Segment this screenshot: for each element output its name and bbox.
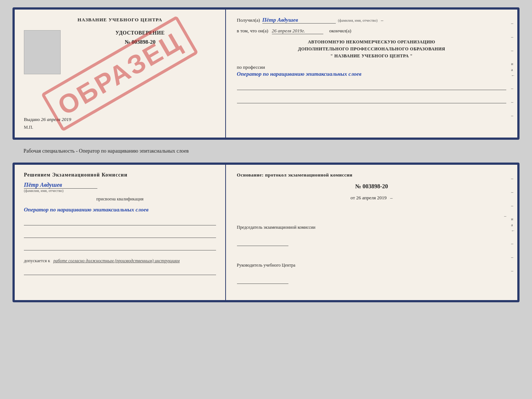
cert1-right-side-dashes: – – – и а ← – – – xyxy=(511,21,515,118)
cert1-received-prefix: Получил(а) xyxy=(237,17,260,23)
qualification-card: Решением экзаменационной комиссии Пётр А… xyxy=(12,163,520,302)
cert1-date-value: 26 апреля 2019г. xyxy=(272,28,323,34)
cert1-date-line: в том, что он(а) 26 апреля 2019г. окончи… xyxy=(237,28,506,34)
qual-dash-3: – xyxy=(511,203,515,209)
qual-dash-5: – xyxy=(511,254,515,260)
cert1-doc-title: УДОСТОВЕРЕНИЕ xyxy=(64,30,216,36)
cert1-right-panel: Получил(а) Пётр Авдушев (фамилия, имя, о… xyxy=(226,10,517,138)
qual-director-signature xyxy=(237,276,288,284)
qual-letter-i: и xyxy=(511,217,515,221)
cert1-recipient-line: Получил(а) Пётр Авдушев (фамилия, имя, о… xyxy=(237,17,506,24)
qual-letter-a: а xyxy=(511,222,515,227)
cert1-org-line2: ДОПОЛНИТЕЛЬНОГО ПРОФЕССИОНАЛЬНОГО ОБРАЗО… xyxy=(237,46,506,53)
cert1-org-line1: АВТОНОМНУЮ НЕКОММЕРЧЕСКУЮ ОРГАНИЗАЦИЮ xyxy=(237,39,506,46)
qual-person-block: Пётр Авдушев (фамилия, имя, отчество) xyxy=(24,182,216,193)
qual-proto-date-line: от 26 апреля 2019 – xyxy=(237,195,506,201)
cert1-doc-number: № 003898-20 xyxy=(64,39,216,45)
qual-dash-2: – xyxy=(511,189,515,195)
qual-chairman-title: Председатель экзаменационной комиссии xyxy=(237,224,506,231)
qual-underline-3 xyxy=(24,244,216,250)
cert1-dash: – xyxy=(380,17,384,23)
cert1-underline-2 xyxy=(237,97,506,103)
qual-dash-6: – xyxy=(511,268,515,274)
qual-arrow-left: ← xyxy=(511,228,515,233)
cert1-org-block: АВТОНОМНУЮ НЕКОММЕРЧЕСКУЮ ОРГАНИЗАЦИЮ ДО… xyxy=(237,39,506,60)
cert1-left-panel: НАЗВАНИЕ УЧЕБНОГО ЦЕНТРА УДОСТОВЕРЕНИЕ №… xyxy=(15,10,226,138)
qual-person-name: Пётр Авдушев xyxy=(24,182,97,189)
certificate-card-1: НАЗВАНИЕ УЧЕБНОГО ЦЕНТРА УДОСТОВЕРЕНИЕ №… xyxy=(12,7,520,140)
cert1-mp: М.П. xyxy=(24,125,216,130)
cert1-dash-1: – xyxy=(511,21,515,26)
cert1-training-center-title: НАЗВАНИЕ УЧЕБНОГО ЦЕНТРА xyxy=(24,17,216,23)
qual-chairman-block: Председатель экзаменационной комиссии xyxy=(237,224,506,249)
cert1-finished-suffix: окончил(а) xyxy=(329,28,351,33)
qual-basis-title: Основание: протокол экзаменационной коми… xyxy=(237,172,506,178)
page-wrapper: НАЗВАНИЕ УЧЕБНОГО ЦЕНТРА УДОСТОВЕРЕНИЕ №… xyxy=(7,7,525,302)
cert1-side-letters: и а ← xyxy=(511,61,515,78)
cert1-issued-label: Выдано xyxy=(24,117,40,122)
qual-spacer2 xyxy=(237,254,506,257)
cert1-dash-5: – xyxy=(511,99,515,105)
cert1-dash-6: – xyxy=(511,113,515,118)
qual-left-panel: Решением экзаменационной комиссии Пётр А… xyxy=(15,165,226,300)
qual-proto-date: 26 апреля 2019 xyxy=(356,195,387,200)
qual-admitted-prefix: допускается к xyxy=(24,258,50,263)
cert1-arrow-left: ← xyxy=(511,73,515,78)
qual-admitted-block: допускается к работе согласно должностны… xyxy=(24,258,216,264)
qual-admitted-value: работе согласно должностным (производств… xyxy=(53,258,180,263)
cert1-issued-date: 26 апреля 2019 xyxy=(41,117,71,122)
cert1-date-prefix: в том, что он(а) xyxy=(237,28,269,33)
qual-proto-number: № 003898-20 xyxy=(237,183,506,190)
cert1-letter-a: а xyxy=(511,67,515,72)
cert1-dash-4: – xyxy=(511,86,515,91)
cert1-underline-1 xyxy=(237,83,506,90)
cert1-recipient-name: Пётр Авдушев xyxy=(262,17,336,24)
qual-dash-4: – xyxy=(511,241,515,246)
qual-assigned-label: присвоена квалификация xyxy=(24,196,216,202)
cert1-dash-2: – xyxy=(511,34,515,40)
specialty-label: Рабочая специальность - Оператор по нара… xyxy=(12,146,520,156)
qual-proto-date-prefix: от xyxy=(351,195,355,200)
qual-underline-4 xyxy=(24,268,216,275)
cert1-profession-block: по профессии Оператор по наращиванию эпи… xyxy=(237,64,506,78)
qual-director-title: Руководитель учебного Центра xyxy=(237,262,506,269)
cert1-letter-i: и xyxy=(511,61,515,66)
cert1-recipient-sublabel: (фамилия, имя, отчество) xyxy=(338,18,378,22)
qual-dash-1: – xyxy=(511,176,515,181)
qual-right-dash-1: – xyxy=(237,213,506,219)
qual-chairman-signature xyxy=(237,238,288,246)
qual-side-letters: и а ← xyxy=(511,217,515,233)
qual-profession-value: Оператор по наращиванию эпитаксиальных с… xyxy=(24,206,216,214)
cert1-photo-placeholder xyxy=(24,30,61,74)
qual-underline-2 xyxy=(24,231,216,238)
qual-commission-title: Решением экзаменационной комиссии xyxy=(24,172,216,178)
cert1-org-line3: " НАЗВАНИЕ УЧЕБНОГО ЦЕНТРА " xyxy=(237,53,506,60)
cert1-dash-3: – xyxy=(511,48,515,53)
qual-right-panel: Основание: протокол экзаменационной коми… xyxy=(226,165,517,300)
qual-spacer xyxy=(237,206,506,208)
qual-underline-1 xyxy=(24,219,216,225)
qual-person-sublabel: (фамилия, имя, отчество) xyxy=(24,189,216,193)
qual-right-side-dashes: – – – и а ← – – – xyxy=(511,176,515,274)
cert1-profession-value: Оператор по наращиванию эпитаксиальных с… xyxy=(237,70,506,78)
qual-director-block: Руководитель учебного Центра xyxy=(237,262,506,286)
cert1-profession-prefix: по профессии xyxy=(237,64,506,70)
cert1-issued-line: Выдано 26 апреля 2019 xyxy=(24,113,216,122)
